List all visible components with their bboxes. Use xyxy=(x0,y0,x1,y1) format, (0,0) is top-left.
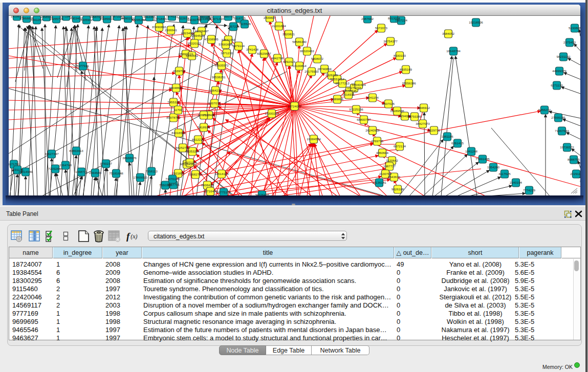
svg-text:2375453: 2375453 xyxy=(563,40,576,44)
svg-text:4335942: 4335942 xyxy=(80,18,93,21)
svg-text:44999379: 44999379 xyxy=(552,69,567,73)
svg-text:6440561: 6440561 xyxy=(186,54,199,57)
svg-text:3320821: 3320821 xyxy=(282,32,295,36)
svg-text:1848731: 1848731 xyxy=(75,170,88,173)
svg-text:8935169: 8935169 xyxy=(400,68,412,71)
svg-text:38688676: 38688676 xyxy=(122,156,137,160)
svg-text:5418934: 5418934 xyxy=(198,125,210,129)
svg-text:3267110: 3267110 xyxy=(198,113,210,117)
svg-text:6229731: 6229731 xyxy=(428,128,441,132)
svg-text:28740864: 28740864 xyxy=(317,67,332,71)
svg-text:5130808: 5130808 xyxy=(569,26,580,30)
svg-text:1987737: 1987737 xyxy=(383,164,396,168)
svg-text:7455324: 7455324 xyxy=(167,100,180,104)
svg-text:77491435: 77491435 xyxy=(475,157,490,161)
svg-text:3564217: 3564217 xyxy=(209,89,222,92)
svg-text:6261415: 6261415 xyxy=(451,141,464,145)
svg-text:7550190: 7550190 xyxy=(159,183,172,187)
svg-text:2016911: 2016911 xyxy=(342,93,355,96)
svg-text:6543670: 6543670 xyxy=(388,175,401,179)
svg-text:9626108: 9626108 xyxy=(391,187,404,191)
svg-text:84252722: 84252722 xyxy=(176,146,190,149)
svg-text:97225156: 97225156 xyxy=(349,107,363,111)
svg-text:68353204: 68353204 xyxy=(185,149,200,153)
svg-text:5446912: 5446912 xyxy=(418,106,430,110)
svg-text:24972279: 24972279 xyxy=(183,161,197,164)
svg-text:66775103: 66775103 xyxy=(216,190,231,194)
svg-text:65177213: 65177213 xyxy=(335,81,350,85)
svg-text:47295260: 47295260 xyxy=(132,18,146,21)
svg-text:14136141: 14136141 xyxy=(372,181,386,184)
svg-text:38427073: 38427073 xyxy=(416,122,430,125)
svg-text:5171761: 5171761 xyxy=(9,162,20,166)
svg-text:95320121: 95320121 xyxy=(187,41,202,45)
svg-text:5977931: 5977931 xyxy=(77,64,90,68)
svg-text:1954280: 1954280 xyxy=(487,165,500,169)
svg-text:31831063: 31831063 xyxy=(221,38,235,41)
svg-text:20709497: 20709497 xyxy=(194,29,209,33)
svg-text:4842788: 4842788 xyxy=(271,56,284,60)
svg-text:5408072: 5408072 xyxy=(311,57,324,60)
svg-text:2229110: 2229110 xyxy=(570,172,580,176)
svg-text:7350753: 7350753 xyxy=(222,16,235,18)
svg-text:8612220: 8612220 xyxy=(192,138,205,141)
svg-text:7089806: 7089806 xyxy=(331,97,344,101)
svg-text:17869910: 17869910 xyxy=(133,176,147,179)
svg-text:31682744: 31682744 xyxy=(188,172,203,176)
svg-text:3790237: 3790237 xyxy=(100,162,113,165)
svg-text:5479144: 5479144 xyxy=(232,44,245,48)
svg-text:3684052: 3684052 xyxy=(442,32,455,35)
svg-text:19384554: 19384554 xyxy=(307,137,321,141)
svg-text:2437026: 2437026 xyxy=(382,102,395,105)
svg-text:27566185: 27566185 xyxy=(551,116,565,119)
svg-text:2839607: 2839607 xyxy=(264,16,276,19)
svg-text:4117625: 4117625 xyxy=(498,172,511,176)
svg-text:71367643: 71367643 xyxy=(555,129,569,133)
svg-text:1841248: 1841248 xyxy=(465,149,478,153)
svg-text:22201654: 22201654 xyxy=(272,24,286,28)
svg-text:98231132: 98231132 xyxy=(556,55,571,58)
svg-text:57683626: 57683626 xyxy=(219,42,233,46)
svg-text:2564689: 2564689 xyxy=(89,171,102,174)
svg-text:83793389: 83793389 xyxy=(407,115,422,118)
svg-text:12614124: 12614124 xyxy=(214,172,229,176)
svg-text:3341057: 3341057 xyxy=(31,18,43,21)
svg-text:7374122: 7374122 xyxy=(166,16,179,18)
svg-text:2264748: 2264748 xyxy=(59,163,72,167)
svg-text:30776478: 30776478 xyxy=(255,193,269,195)
svg-text:42138745: 42138745 xyxy=(342,89,357,93)
svg-text:7774229: 7774229 xyxy=(523,188,536,192)
svg-text:f: f xyxy=(126,231,130,242)
svg-text:63100814: 63100814 xyxy=(292,64,307,68)
svg-text:16033809: 16033809 xyxy=(197,17,211,20)
svg-text:5918715: 5918715 xyxy=(233,16,246,20)
svg-text:90048665: 90048665 xyxy=(169,86,183,90)
svg-text:5041154: 5041154 xyxy=(366,96,379,99)
svg-text:28814949: 28814949 xyxy=(18,170,33,173)
svg-text:71070189: 71070189 xyxy=(165,177,180,181)
svg-text:81016525: 81016525 xyxy=(171,131,186,135)
svg-text:1981186: 1981186 xyxy=(441,135,453,138)
svg-text:2921859: 2921859 xyxy=(172,171,185,175)
svg-text:72092888: 72092888 xyxy=(48,167,62,170)
svg-text:89978790: 89978790 xyxy=(166,116,181,119)
svg-text:60929647: 60929647 xyxy=(257,52,271,55)
svg-text:88320463: 88320463 xyxy=(300,49,314,53)
svg-text:15716485: 15716485 xyxy=(203,189,217,193)
svg-text:45935572: 45935572 xyxy=(214,63,229,67)
svg-text:19218506: 19218506 xyxy=(469,20,483,24)
svg-text:3871230: 3871230 xyxy=(221,51,233,55)
svg-text:83863413: 83863413 xyxy=(69,149,83,152)
svg-text:34627347: 34627347 xyxy=(45,152,59,156)
svg-text:55540424: 55540424 xyxy=(352,83,366,86)
svg-text:8688755: 8688755 xyxy=(568,158,580,161)
svg-text:8930103: 8930103 xyxy=(394,54,406,57)
svg-text:2626229: 2626229 xyxy=(325,73,338,77)
svg-text:6271130: 6271130 xyxy=(551,83,563,87)
svg-text:38754377: 38754377 xyxy=(383,39,398,43)
svg-text:7358113: 7358113 xyxy=(145,169,158,173)
svg-text:4539704: 4539704 xyxy=(173,69,186,73)
svg-text:4860684: 4860684 xyxy=(376,151,389,155)
svg-text:4769795: 4769795 xyxy=(371,139,384,143)
svg-text:(x): (x) xyxy=(130,233,138,240)
